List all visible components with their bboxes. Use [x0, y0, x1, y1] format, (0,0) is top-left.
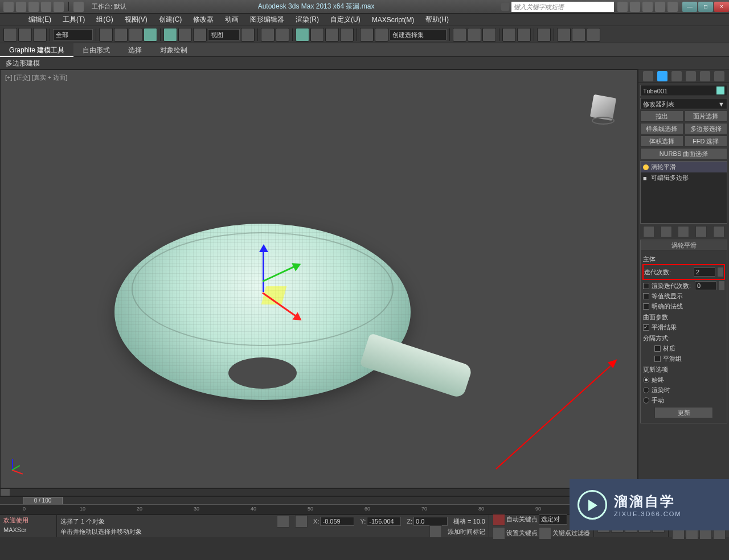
update-button[interactable]: 更新 [654, 407, 713, 418]
tab-paint[interactable]: 对象绘制 [151, 43, 196, 57]
always-radio[interactable] [643, 377, 649, 383]
unlink-icon[interactable] [18, 28, 32, 42]
redo-icon[interactable] [54, 2, 64, 12]
create-tab-icon[interactable] [643, 71, 653, 81]
menu-animation[interactable]: 动画 [219, 15, 244, 24]
material-icon[interactable] [537, 28, 551, 42]
named-sel-icon2[interactable] [375, 28, 388, 42]
maximize-button[interactable]: □ [698, 2, 713, 12]
viewcube[interactable] [586, 93, 620, 127]
signin-icon[interactable] [642, 2, 653, 12]
select-name-icon[interactable] [114, 28, 128, 42]
mod-btn-extrude[interactable]: 拉出 [640, 110, 683, 122]
z-input[interactable]: 0.0 [413, 517, 448, 526]
mod-btn-splinesel[interactable]: 样条线选择 [640, 123, 683, 134]
keymode-icon[interactable] [276, 28, 289, 42]
close-button[interactable]: × [714, 2, 729, 12]
spinner-buttons[interactable] [719, 281, 724, 290]
modifier-stack[interactable]: 涡轮平滑 ■ 可编辑多边形 [640, 161, 727, 224]
spinner-snap-icon[interactable] [340, 28, 354, 42]
smoothgroup-checkbox[interactable] [654, 356, 661, 362]
render-iter-spinner[interactable]: 0 [695, 281, 716, 290]
exchange-icon[interactable] [655, 2, 665, 12]
smooth-result-checkbox[interactable] [643, 324, 649, 331]
configure-icon[interactable] [713, 226, 724, 237]
percent-snap-icon[interactable] [325, 28, 339, 42]
bulb-icon[interactable] [643, 164, 649, 170]
viewport[interactable]: [+] [正交] [真实 + 边面] [0, 69, 638, 488]
lock-icon[interactable] [277, 515, 289, 528]
render-iter-checkbox[interactable] [643, 283, 649, 289]
object-color-swatch[interactable] [716, 87, 724, 94]
link-icon[interactable] [3, 28, 17, 42]
iterations-spinner[interactable]: 2 [694, 267, 715, 277]
keymode-dropdown[interactable]: 选定对 [539, 514, 567, 525]
menu-edit[interactable]: 编辑(E) [23, 15, 57, 24]
menu-group[interactable]: 组(G) [91, 15, 118, 24]
menu-create[interactable]: 创建(C) [153, 15, 188, 24]
y-input[interactable]: -156.004 [367, 517, 401, 526]
rect-select-icon[interactable] [129, 28, 142, 42]
render-setup-icon[interactable] [557, 28, 571, 42]
bind-icon[interactable] [33, 28, 47, 42]
menu-customize[interactable]: 自定义(U) [325, 15, 366, 24]
undo-icon[interactable] [41, 2, 51, 12]
menu-rendering[interactable]: 渲染(R) [290, 15, 325, 24]
pivot-icon[interactable] [241, 28, 255, 42]
schematic-icon[interactable] [517, 28, 531, 42]
rotate-icon[interactable] [178, 28, 192, 42]
named-selection-set[interactable]: 创建选择集 [390, 29, 447, 40]
menu-views[interactable]: 视图(V) [119, 15, 153, 24]
curve-editor-icon[interactable] [502, 28, 516, 42]
motion-tab-icon[interactable] [686, 71, 696, 81]
scale-icon[interactable] [193, 28, 207, 42]
window-crossing-icon[interactable] [144, 28, 157, 42]
keyfilter-icon[interactable] [539, 527, 551, 540]
tab-selection[interactable]: 选择 [119, 43, 151, 57]
render-icon[interactable] [587, 28, 600, 42]
remove-mod-icon[interactable] [695, 226, 707, 237]
unique-icon[interactable] [678, 226, 689, 237]
time-slider[interactable]: 0 / 100 [23, 497, 63, 505]
scroll-left-icon[interactable] [1, 489, 10, 496]
manual-radio[interactable] [643, 397, 649, 403]
mod-btn-nurbs[interactable]: NURBS 曲面选择 [640, 148, 727, 159]
modifier-list-dropdown[interactable]: 修改器列表▼ [640, 98, 727, 109]
move-gizmo[interactable] [251, 246, 320, 337]
select-icon[interactable] [99, 28, 113, 42]
menu-maxscript[interactable]: MAXScript(M) [366, 16, 420, 24]
object-name-field[interactable]: Tube001 [640, 85, 727, 96]
mod-btn-volsel[interactable]: 体积选择 [640, 135, 683, 147]
ref-coord-system[interactable]: 视图 [208, 29, 240, 40]
snap-icon[interactable] [296, 28, 309, 42]
menu-tools[interactable]: 工具(T) [57, 15, 91, 24]
menu-help[interactable]: 帮助(H) [420, 15, 454, 24]
axis-z[interactable] [263, 246, 264, 292]
display-tab-icon[interactable] [700, 71, 710, 81]
render-frame-icon[interactable] [572, 28, 585, 42]
new-icon[interactable] [3, 2, 14, 12]
minimize-button[interactable]: — [682, 2, 697, 12]
hierarchy-tab-icon[interactable] [671, 71, 682, 81]
link-icon[interactable] [73, 2, 84, 12]
tab-graphite[interactable]: Graphite 建模工具 [0, 43, 73, 57]
mod-btn-polysel[interactable]: 多边形选择 [685, 123, 728, 134]
infocenter-icon[interactable] [617, 2, 628, 12]
manip-icon[interactable] [261, 28, 275, 42]
modify-tab-icon[interactable] [657, 71, 667, 81]
stack-item-turbosmooth[interactable]: 涡轮平滑 [641, 162, 727, 172]
help-icon[interactable] [667, 2, 678, 12]
show-end-icon[interactable] [661, 226, 672, 237]
normals-checkbox[interactable] [643, 303, 649, 310]
axis-y[interactable] [262, 264, 299, 282]
angle-snap-icon[interactable] [310, 28, 324, 42]
autokey-button[interactable] [493, 513, 505, 526]
x-input[interactable]: -8.059 [320, 517, 354, 526]
menu-modifiers[interactable]: 修改器 [187, 15, 219, 24]
spinner-buttons[interactable] [718, 267, 723, 277]
move-icon[interactable] [163, 28, 177, 42]
mod-btn-ffdsel[interactable]: FFD 选择 [685, 135, 728, 147]
setkey-button[interactable] [493, 527, 505, 540]
workbench-label[interactable]: 工作台: 默认 [87, 2, 131, 11]
material-checkbox[interactable] [654, 345, 661, 352]
